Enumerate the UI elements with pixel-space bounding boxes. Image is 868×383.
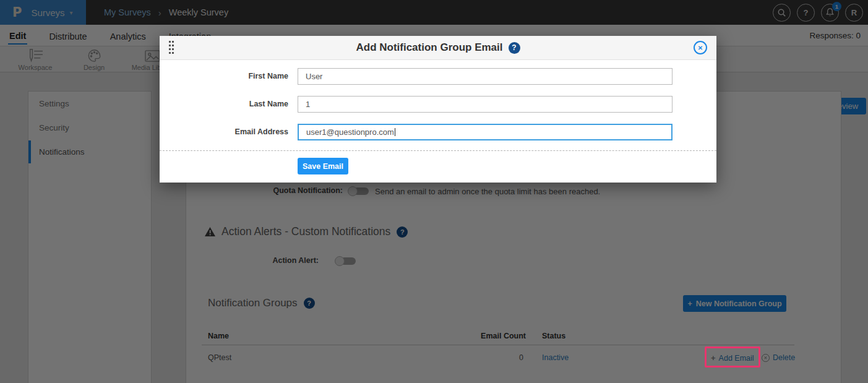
help-icon[interactable]: ? — [509, 42, 520, 54]
first-name-value: User — [306, 72, 322, 81]
modal-footer-divider — [160, 150, 716, 151]
add-email-highlight-box — [705, 346, 760, 368]
first-name-input[interactable]: User — [298, 68, 672, 85]
close-icon[interactable]: ✕ — [694, 41, 707, 54]
questionpro-app: P Surveys ▾ My Surveys › Weekly Survey ?… — [0, 0, 868, 383]
text-cursor — [395, 128, 396, 136]
first-name-label: First Name — [160, 72, 288, 80]
add-notification-group-email-modal: Add Notification Group Email ? ✕ First N… — [160, 36, 716, 183]
last-name-value: 1 — [306, 100, 310, 109]
last-name-input[interactable]: 1 — [298, 96, 672, 113]
email-address-value: user1@questionpro.com — [306, 127, 394, 137]
modal-title: Add Notification Group Email — [356, 41, 502, 54]
email-address-label: Email Address — [160, 127, 288, 136]
last-name-label: Last Name — [160, 100, 288, 108]
modal-header: Add Notification Group Email ? ✕ — [160, 36, 716, 60]
save-email-button[interactable]: Save Email — [298, 158, 348, 174]
email-address-input[interactable]: user1@questionpro.com — [298, 124, 672, 140]
